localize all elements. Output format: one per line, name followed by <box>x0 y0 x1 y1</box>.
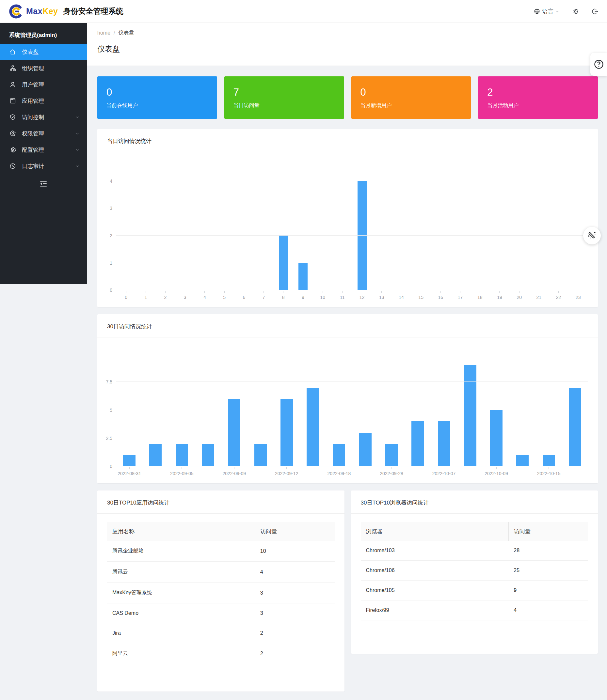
x-axis-tick-label <box>352 467 378 476</box>
shield-check-icon <box>9 114 16 121</box>
table-cell: Jira <box>107 623 255 643</box>
magic-wand-icon <box>587 231 597 241</box>
x-axis-tick-label: 2022-10-07 <box>431 467 457 476</box>
bar <box>176 444 188 466</box>
x-axis-tick-label: 20 <box>509 291 529 300</box>
x-axis-tick-label: 2 <box>155 291 175 300</box>
table-cell: 腾讯企业邮箱 <box>107 541 255 562</box>
x-axis-tick-label: 0 <box>116 291 136 300</box>
language-switcher[interactable]: 语言 <box>533 7 559 15</box>
y-axis-tick-label: 7.5 <box>106 379 112 385</box>
sidebar-item-users[interactable]: 用户管理 <box>0 76 87 93</box>
stat-card-value: 0 <box>360 87 462 97</box>
x-axis-tick-label: 14 <box>392 291 411 300</box>
sidebar-item-label: 组织管理 <box>22 65 44 72</box>
x-axis-tick-label: 6 <box>234 291 254 300</box>
table-cell: Chrome/106 <box>361 561 509 581</box>
column-header: 浏览器 <box>361 522 509 541</box>
x-axis-tick-label: 13 <box>372 291 392 300</box>
gridline <box>116 438 588 438</box>
monthly-visits-chart-panel: 30日访问情况统计 02.557.5 2022-08-312022-09-052… <box>97 314 598 483</box>
logout-icon[interactable] <box>591 8 599 15</box>
question-mark-icon <box>593 59 604 70</box>
clock-icon <box>9 162 16 170</box>
chevron-down-icon <box>75 115 80 119</box>
bar <box>333 444 345 466</box>
bar-chart: 02.557.5 2022-08-312022-09-052022-09-092… <box>97 337 598 483</box>
table-cell: Firefox/99 <box>361 600 509 620</box>
table-cell: Chrome/103 <box>361 541 509 561</box>
table-cell: MaxKey管理系统 <box>107 583 255 604</box>
gear-icon <box>9 146 16 153</box>
bar <box>516 455 529 466</box>
bar <box>280 399 293 466</box>
sidebar-nav: 仪表盘组织管理用户管理应用管理访问控制权限管理配置管理日志审计 <box>0 44 87 174</box>
stat-card: 0当前在线用户 <box>97 76 217 119</box>
bar <box>254 444 267 466</box>
top10-apps-table: 应用名称 访问量 腾讯企业邮箱10腾讯云4MaxKey管理系统3CAS Demo… <box>107 522 335 664</box>
sidebar-item-configuration[interactable]: 配置管理 <box>0 141 87 158</box>
x-axis-tick-label: 9 <box>293 291 313 300</box>
table-row: Chrome/1059 <box>361 581 588 600</box>
bar-slot <box>247 347 273 466</box>
x-axis-tick-label: 5 <box>214 291 234 300</box>
brand: MaxKey 身份安全管理系统 <box>8 4 123 19</box>
bar-slot <box>431 347 457 466</box>
sidebar-collapse-icon[interactable] <box>39 179 48 188</box>
magic-wand-button[interactable] <box>583 227 601 244</box>
bar-slot <box>221 347 247 466</box>
sidebar-item-label: 仪表盘 <box>22 48 39 56</box>
chevron-down-icon <box>75 148 80 152</box>
brand-text: MaxKey <box>26 6 58 16</box>
bar <box>307 388 319 466</box>
x-axis-tick-label <box>457 467 483 476</box>
bar-slot <box>404 347 431 466</box>
help-button[interactable] <box>590 53 607 76</box>
bar-slot <box>169 347 195 466</box>
gridline <box>116 263 588 263</box>
sidebar-item-permissions[interactable]: 权限管理 <box>0 125 87 141</box>
table-cell: 2 <box>255 623 335 643</box>
x-axis-tick-label: 22 <box>548 291 568 300</box>
settings-gear-icon[interactable] <box>572 8 579 15</box>
x-axis-tick-label <box>247 467 273 476</box>
y-axis-tick-label: 3 <box>110 205 112 211</box>
sidebar-item-audit-logs[interactable]: 日志审计 <box>0 158 87 174</box>
sidebar-item-dashboard[interactable]: 仪表盘 <box>0 44 87 60</box>
x-axis-line <box>116 290 588 290</box>
bar-chart: 01234 0123456789101112131415161718192021… <box>97 152 598 307</box>
y-axis-tick-label: 5 <box>110 408 112 413</box>
table-cell: 28 <box>508 541 588 561</box>
sidebar-item-access-control[interactable]: 访问控制 <box>0 109 87 125</box>
table-row: CAS Demo3 <box>107 604 335 623</box>
bar-slot <box>457 347 483 466</box>
breadcrumb-home-link[interactable]: home <box>97 30 110 36</box>
table-cell: 4 <box>508 600 588 620</box>
sidebar-user: 系统管理员(admin) <box>0 23 87 44</box>
gridline <box>116 235 588 236</box>
panel-title: 30日访问情况统计 <box>97 314 598 337</box>
bar <box>569 388 581 466</box>
main-content: home / 仪表盘 仪表盘 0当前在线用户7当日访问量0当月新增用户2当月活动… <box>87 23 607 700</box>
page-title: 仪表盘 <box>97 44 596 54</box>
bar <box>412 421 424 466</box>
sidebar-item-label: 应用管理 <box>22 97 44 105</box>
sidebar-item-label: 访问控制 <box>22 114 44 121</box>
sidebar-item-organizations[interactable]: 组织管理 <box>0 60 87 76</box>
bar-slot <box>116 347 142 466</box>
top10-browsers-panel: 30日TOP10浏览器访问统计 浏览器 访问量 Chrome/10328Chro… <box>351 490 598 654</box>
bar-slot <box>195 347 221 466</box>
gridline <box>116 181 588 181</box>
panel-title: 30日TOP10浏览器访问统计 <box>351 490 598 513</box>
y-axis-tick-label: 0 <box>110 464 112 469</box>
x-axis-tick-label: 2022-10-15 <box>536 467 562 476</box>
x-axis-tick-label: 23 <box>568 291 588 300</box>
app-header: MaxKey 身份安全管理系统 语言 <box>0 0 607 23</box>
sidebar-item-applications[interactable]: 应用管理 <box>0 93 87 109</box>
bar-slot <box>536 347 562 466</box>
bar <box>149 444 162 466</box>
bar <box>385 444 398 466</box>
user-icon <box>9 81 16 88</box>
gridline <box>116 208 588 208</box>
x-axis-tick-label: 2022-09-05 <box>169 467 195 476</box>
